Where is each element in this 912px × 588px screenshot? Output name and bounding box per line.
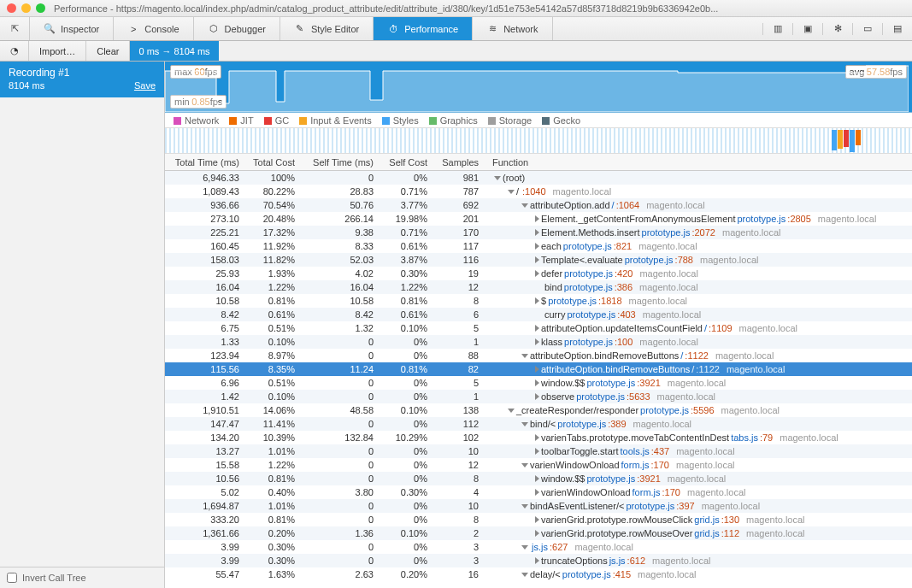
expand-icon[interactable]: [521, 545, 528, 550]
record-button[interactable]: ◔: [0, 41, 29, 61]
table-row[interactable]: 3.990.30%00%3 js.js:627magento.local: [165, 540, 912, 554]
expand-icon[interactable]: [535, 557, 539, 564]
expand-icon[interactable]: [494, 176, 501, 180]
table-row[interactable]: 15.581.22%00%12 varienWindowOnload form.…: [165, 458, 912, 472]
expand-icon[interactable]: [535, 366, 539, 373]
tab-console[interactable]: >Console: [114, 17, 193, 40]
expand-icon[interactable]: [521, 203, 528, 208]
expand-icon[interactable]: [535, 229, 539, 236]
tab-performance[interactable]: ⏱Performance: [374, 17, 473, 40]
expand-icon[interactable]: [508, 190, 515, 194]
expand-icon[interactable]: [535, 434, 539, 441]
table-row[interactable]: 5.020.40%3.800.30%4 varienWindowOnload f…: [165, 485, 912, 499]
table-row[interactable]: 3.990.30%00%3 truncateOptions js.js:612m…: [165, 554, 912, 567]
table-row[interactable]: 6.750.51%1.320.10%5 attributeOption.upda…: [165, 321, 912, 335]
expand-icon[interactable]: [535, 270, 539, 277]
table-row[interactable]: 1,089.4380.22%28.830.71%787 /:1040magent…: [165, 185, 912, 198]
table-row[interactable]: 333.200.81%00%8 varienGrid.prototype.row…: [165, 513, 912, 526]
table-row[interactable]: 158.0311.82%52.033.87%116 Template<.eval…: [165, 253, 912, 267]
expand-icon[interactable]: [535, 325, 539, 332]
table-row[interactable]: 1,694.871.01%00%10 bindAsEventListener/<…: [165, 499, 912, 513]
marker-strip[interactable]: [165, 128, 912, 154]
close-icon[interactable]: [7, 3, 16, 13]
table-row[interactable]: 1.420.10%00%1 observe prototype.js:5633m…: [165, 390, 912, 403]
tab-icon: ✎: [294, 23, 306, 35]
expand-icon[interactable]: [535, 379, 539, 386]
marker-legend: NetworkJITGCInput & EventsStylesGraphics…: [165, 113, 912, 128]
expand-icon[interactable]: [535, 338, 539, 345]
table-row[interactable]: 123.948.97%00%88 attributeOption.bindRem…: [165, 349, 912, 362]
minimize-icon[interactable]: [21, 3, 31, 13]
panel-icon: ▥: [772, 23, 784, 35]
perf-toolbar: ◔ Import… Clear 0 ms → 8104 ms: [0, 41, 912, 62]
tab-icon: >: [127, 23, 139, 35]
pick-element-button[interactable]: ⇱: [0, 17, 30, 40]
table-row[interactable]: 55.471.63%2.630.20%16 delay/< prototype.…: [165, 567, 912, 581]
recording-item[interactable]: Recording #1 8104 ms Save: [0, 62, 164, 97]
table-row[interactable]: 10.580.81%10.580.81%8 $ prototype.js:181…: [165, 294, 912, 308]
expand-icon[interactable]: [535, 475, 539, 482]
table-row[interactable]: 16.041.22%16.041.22%12 bind prototype.js…: [165, 280, 912, 294]
table-row[interactable]: 1,910.5114.06%48.580.10%138 _createRespo…: [165, 403, 912, 417]
import-button[interactable]: Import…: [29, 41, 86, 61]
window-controls[interactable]: [7, 3, 45, 13]
table-row[interactable]: 160.4511.92%8.330.61%117 each prototype.…: [165, 239, 912, 253]
maximize-icon[interactable]: [36, 3, 45, 13]
tab-inspector[interactable]: 🔍Inspector: [30, 17, 114, 40]
table-row[interactable]: 25.931.93%4.020.30%19 defer prototype.js…: [165, 267, 912, 280]
invert-call-tree[interactable]: Invert Call Tree: [0, 567, 164, 588]
table-row[interactable]: 134.2010.39%132.8410.29%102 varienTabs.p…: [165, 431, 912, 444]
expand-icon[interactable]: [535, 297, 539, 304]
expand-icon[interactable]: [535, 489, 539, 496]
table-row[interactable]: 1,361.660.20%1.360.10%2 varienGrid.proto…: [165, 526, 912, 540]
table-row[interactable]: 6.960.51%00%5 window.$$ prototype.js:392…: [165, 376, 912, 390]
table-row[interactable]: 13.271.01%00%10 toolbarToggle.start tool…: [165, 444, 912, 458]
expand-icon[interactable]: [508, 409, 515, 413]
recordings-sidebar: Recording #1 8104 ms Save Invert Call Tr…: [0, 62, 165, 588]
close-devtools-button[interactable]: ▤: [882, 23, 912, 35]
tab-icon: ≋: [486, 23, 498, 35]
dock-button[interactable]: ▭: [852, 23, 882, 35]
table-row[interactable]: 1.330.10%00%1 klass prototype.js:100mage…: [165, 335, 912, 349]
save-recording-link[interactable]: Save: [134, 80, 156, 91]
fps-timeline[interactable]: max 60fps min 0.85fps avg 57.58fps: [165, 62, 912, 113]
table-header: Total Time (ms) Total Cost Self Time (ms…: [165, 154, 912, 171]
tab-icon: ⏱: [387, 23, 399, 35]
expand-icon[interactable]: [521, 463, 528, 467]
legend-item: Styles: [382, 115, 419, 126]
fps-graph: [165, 62, 909, 112]
table-row[interactable]: 8.420.61%8.420.61%6 curry prototype.js:4…: [165, 308, 912, 321]
table-row[interactable]: 6,946.33100%00%981 (root): [165, 171, 912, 185]
table-row[interactable]: 225.2117.32%9.380.71%170 Element.Methods…: [165, 226, 912, 239]
call-tree-table[interactable]: Total Time (ms) Total Cost Self Time (ms…: [165, 154, 912, 588]
expand-icon[interactable]: [535, 448, 539, 455]
gear-icon: ✻: [832, 23, 844, 35]
responsive-button[interactable]: ▣: [792, 23, 822, 35]
tab-debugger[interactable]: ⬡Debugger: [194, 17, 280, 40]
expand-icon[interactable]: [535, 393, 539, 400]
tab-icon: 🔍: [44, 23, 56, 35]
expand-icon[interactable]: [535, 243, 539, 250]
invert-checkbox[interactable]: [7, 573, 17, 583]
expand-icon[interactable]: [521, 354, 528, 358]
settings-button[interactable]: ✻: [822, 23, 852, 35]
table-row[interactable]: 147.4711.41%00%112 bind/< prototype.js:3…: [165, 417, 912, 431]
table-row[interactable]: 273.1020.48%266.1419.98%201 Element._get…: [165, 212, 912, 226]
table-row[interactable]: 936.6670.54%50.763.77%692 attributeOptio…: [165, 198, 912, 212]
legend-item: GC: [264, 115, 290, 126]
expand-icon[interactable]: [535, 215, 539, 222]
tab-style-editor[interactable]: ✎Style Editor: [280, 17, 374, 40]
clear-button[interactable]: Clear: [86, 41, 130, 61]
table-row[interactable]: 10.560.81%00%8 window.$$ prototype.js:39…: [165, 472, 912, 485]
time-range: 0 ms → 8104 ms: [130, 41, 218, 61]
expand-icon[interactable]: [535, 516, 539, 523]
table-row[interactable]: 115.568.35%11.240.81%82 attributeOption.…: [165, 362, 912, 376]
expand-icon[interactable]: [521, 573, 528, 577]
expand-icon[interactable]: [535, 530, 539, 537]
expand-icon[interactable]: [521, 504, 528, 509]
tab-network[interactable]: ≋Network: [473, 17, 552, 40]
expand-icon[interactable]: [521, 422, 528, 426]
toggle-split-button[interactable]: ▥: [762, 23, 792, 35]
expand-icon[interactable]: [535, 256, 539, 263]
pointer-icon: ⇱: [9, 23, 21, 35]
